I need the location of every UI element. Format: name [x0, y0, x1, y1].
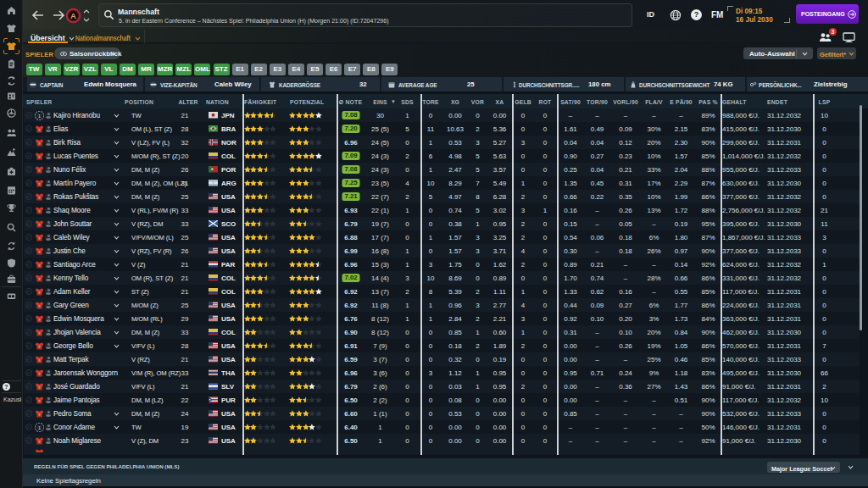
- svg-text:A: A: [70, 11, 76, 20]
